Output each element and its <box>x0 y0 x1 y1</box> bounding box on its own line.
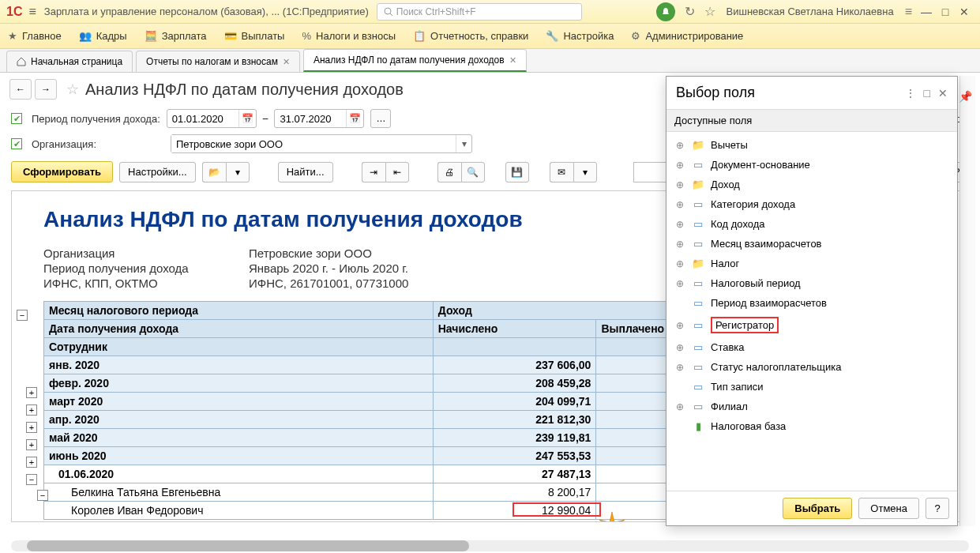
field-item[interactable]: ⊕▭Месяц взаиморасчетов <box>666 234 957 254</box>
tree-expand[interactable]: + <box>26 439 37 450</box>
period-checkbox[interactable]: ✔ <box>11 113 22 124</box>
org-field[interactable] <box>171 135 456 152</box>
field-item[interactable]: ⊕📁Доход <box>666 175 957 194</box>
dialog-maximize-icon[interactable]: □ <box>924 87 930 100</box>
field-item[interactable]: ⊕📁Налог <box>666 254 957 273</box>
expand-icon[interactable]: ⊕ <box>674 278 685 289</box>
tree-expand[interactable]: + <box>26 422 37 433</box>
menu-main[interactable]: ★Главное <box>8 30 62 42</box>
menu-icon[interactable]: ≡ <box>905 5 912 19</box>
expand-icon[interactable]: ⊕ <box>674 401 685 412</box>
save-icon[interactable]: 💾 <box>505 162 529 182</box>
field-item[interactable]: ⊕▭Регистратор <box>666 313 957 337</box>
menu-salary[interactable]: 🧮Зарплата <box>145 30 207 42</box>
print-icon[interactable]: 🖨 <box>437 162 461 182</box>
tab-home[interactable]: Начальная страница <box>6 51 133 72</box>
expand-icon[interactable]: ⊕ <box>674 258 685 269</box>
tree-expand[interactable]: + <box>26 457 37 468</box>
select-button[interactable]: Выбрать <box>783 498 852 519</box>
expand-icon[interactable]: ⊕ <box>674 239 685 250</box>
dialog-help-button[interactable]: ? <box>926 498 949 519</box>
date-to-field[interactable] <box>275 113 346 125</box>
nav-forward-button[interactable]: → <box>35 79 57 100</box>
calendar-icon[interactable]: 📅 <box>346 110 363 127</box>
close-button[interactable]: ✕ <box>955 6 974 18</box>
field-item[interactable]: ⊕▭Документ-основание <box>666 155 957 175</box>
favorite-page-icon[interactable]: ☆ <box>66 81 79 98</box>
org-checkbox[interactable]: ✔ <box>11 138 22 149</box>
calendar-icon[interactable]: 📅 <box>238 110 256 127</box>
dialog-more-icon[interactable]: ⋮ <box>905 87 916 100</box>
expand-icon[interactable]: ⊕ <box>674 199 685 210</box>
field-item[interactable]: ⊕▭Статус налогоплательщика <box>666 357 957 377</box>
field-item[interactable]: ⊕▭Ставка <box>666 337 957 357</box>
field-item[interactable]: ▮Налоговая база <box>666 416 957 436</box>
date-from-field[interactable] <box>167 113 238 125</box>
menu-settings[interactable]: 🔧Настройка <box>546 30 614 42</box>
minimize-button[interactable]: — <box>917 6 936 18</box>
horizontal-scrollbar[interactable] <box>11 540 969 551</box>
hamburger-icon[interactable]: ≡ <box>28 5 36 19</box>
variant-icon[interactable]: 📂 <box>202 162 226 182</box>
date-to-input[interactable]: 📅 <box>274 109 364 128</box>
field-item[interactable]: ⊕▭Категория дохода <box>666 194 957 214</box>
favorite-icon[interactable]: ☆ <box>704 4 715 19</box>
history-icon[interactable]: ↻ <box>685 4 695 19</box>
menu-hr[interactable]: 👥Кадры <box>79 30 127 42</box>
tab-ndfl-analysis[interactable]: Анализ НДФЛ по датам получения доходов✕ <box>303 49 527 72</box>
date-from-input[interactable]: 📅 <box>167 109 257 128</box>
tree-collapse[interactable]: − <box>37 490 48 501</box>
expand-icon[interactable]: ⊕ <box>674 140 685 151</box>
expand-icon[interactable]: ⊕ <box>674 342 685 353</box>
maximize-button[interactable]: □ <box>936 6 955 18</box>
preview-icon[interactable]: 🔍 <box>461 162 485 182</box>
tree-expand[interactable]: + <box>26 387 37 398</box>
field-item[interactable]: ▭Период взаиморасчетов <box>666 293 957 313</box>
user-name[interactable]: Вишневская Светлана Николаевна <box>727 6 894 17</box>
find-button[interactable]: Найти... <box>278 162 333 182</box>
expand-icon[interactable]: ⇥ <box>362 162 385 182</box>
dialog-close-icon[interactable]: ✕ <box>938 87 948 100</box>
tab-tax-reports[interactable]: Отчеты по налогам и взносам✕ <box>136 51 300 72</box>
field-item[interactable]: ▭Тип записи <box>666 377 957 397</box>
expand-icon[interactable]: ⊕ <box>674 362 685 373</box>
collapse-icon[interactable]: ⇤ <box>385 162 409 182</box>
menu-reports[interactable]: 📋Отчетность, справки <box>413 30 528 42</box>
settings-button[interactable]: Настройки... <box>119 162 196 182</box>
field-item[interactable]: ⊕▭Код дохода <box>666 214 957 234</box>
menu-admin[interactable]: ⚙Администрирование <box>631 30 743 42</box>
email-icon[interactable]: ✉ <box>550 162 573 182</box>
close-icon[interactable]: ✕ <box>509 55 516 66</box>
tree-collapse[interactable]: − <box>17 310 28 321</box>
field-item[interactable]: ⊕▭Налоговый период <box>666 273 957 293</box>
field-item[interactable]: ⊕📁Вычеты <box>666 135 957 155</box>
expand-icon[interactable] <box>674 382 685 393</box>
pin-icon[interactable]: 📌 <box>959 90 972 103</box>
menu-taxes[interactable]: %Налоги и взносы <box>302 30 396 42</box>
field-item[interactable]: ⊕▭Филиал <box>666 397 957 416</box>
highlight-marker <box>513 502 601 517</box>
dropdown-icon[interactable]: ▾ <box>456 135 471 152</box>
nav-back-button[interactable]: ← <box>9 79 32 100</box>
global-search[interactable]: Поиск Ctrl+Shift+F <box>377 3 582 21</box>
org-combo[interactable]: ▾ <box>171 134 472 153</box>
cell-value: 208 459,28 <box>433 374 596 393</box>
field-list[interactable]: ⊕📁Вычеты⊕▭Документ-основание⊕📁Доход⊕▭Кат… <box>666 132 957 491</box>
expand-icon[interactable]: ⊕ <box>674 160 685 171</box>
tree-expand[interactable]: + <box>26 404 37 416</box>
close-icon[interactable]: ✕ <box>283 57 290 67</box>
svg-point-0 <box>385 8 391 14</box>
expand-icon[interactable] <box>674 298 685 309</box>
expand-icon[interactable]: ⊕ <box>674 320 685 331</box>
period-more-button[interactable]: … <box>370 109 391 128</box>
expand-icon[interactable]: ⊕ <box>674 179 685 190</box>
generate-button[interactable]: Сформировать <box>11 161 113 182</box>
tree-collapse[interactable]: − <box>26 474 37 485</box>
notifications-icon[interactable] <box>656 2 675 21</box>
expand-icon[interactable]: ⊕ <box>674 219 685 230</box>
menu-payments[interactable]: 💳Выплаты <box>224 30 285 42</box>
expand-icon[interactable] <box>674 421 685 432</box>
variant-dd-icon[interactable]: ▾ <box>226 162 250 182</box>
cancel-button[interactable]: Отмена <box>858 498 919 519</box>
email-dd-icon[interactable]: ▾ <box>573 162 597 182</box>
